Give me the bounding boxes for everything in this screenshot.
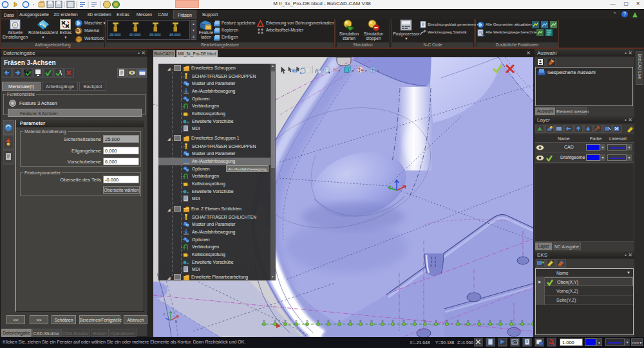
svg-text:Ø6.0000: Ø6.0000 — [109, 33, 121, 37]
svg-text:+: + — [187, 190, 189, 194]
svg-text:+: + — [187, 261, 189, 265]
svg-text:▾: ▾ — [352, 69, 354, 73]
svg-text:▾: ▾ — [365, 69, 367, 73]
svg-text:Ø6.0000: Ø6.0000 — [149, 33, 161, 37]
svg-text:▾: ▾ — [338, 69, 340, 73]
svg-text:▾: ▾ — [377, 69, 379, 73]
svg-text:Ø6.0000: Ø6.0000 — [169, 33, 181, 37]
svg-text:Ø4.0000: Ø4.0000 — [129, 33, 141, 37]
svg-text:+: + — [187, 120, 189, 124]
